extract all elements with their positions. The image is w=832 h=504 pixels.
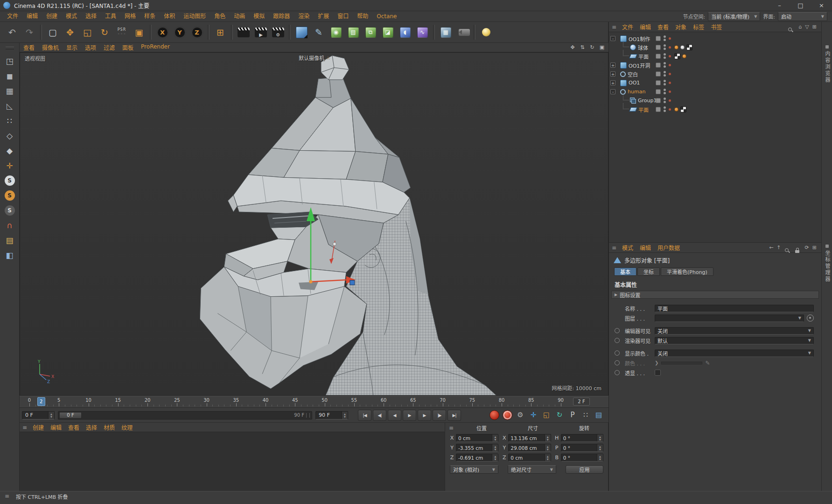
object-row[interactable]: Group1 (609, 96, 821, 105)
points-mode-icon[interactable]: ∷ (3, 114, 17, 128)
goto-start-button[interactable]: |◀ (358, 410, 371, 421)
size-mode-select[interactable]: 绝对尺寸▼ (508, 465, 556, 474)
material-menu-0[interactable]: 创建 (29, 423, 47, 431)
current-frame-box[interactable]: 2 F (573, 398, 590, 406)
interface-select[interactable]: 启动▼ (778, 12, 827, 21)
render-settings-icon[interactable]: ⚙ (270, 24, 287, 41)
play-button[interactable]: ▶ (403, 410, 416, 421)
visibility-badge[interactable] (656, 89, 661, 94)
visibility-badge[interactable] (656, 36, 661, 41)
visibility-dots-icon[interactable] (664, 89, 666, 94)
panel-grip[interactable] (6, 47, 14, 49)
light-icon[interactable] (478, 24, 495, 41)
menubar-item-16[interactable]: 窗口 (333, 11, 353, 21)
undo-icon[interactable]: ↶ (4, 24, 21, 41)
texture-tag-icon[interactable] (686, 44, 692, 50)
spinner-arrows-icon[interactable]: ▲▼ (545, 434, 551, 441)
visibility-dots-icon[interactable] (664, 35, 666, 41)
om-filter-icon[interactable]: ▽ (805, 24, 809, 30)
deformer-icon[interactable]: ◪ (379, 24, 396, 41)
record-parameter-icon[interactable]: P (567, 410, 578, 421)
apply-button[interactable]: 应用 (566, 465, 603, 474)
panel-menu-icon[interactable]: ≡ (22, 424, 27, 431)
menubar-item-9[interactable]: 运动图形 (179, 11, 210, 21)
enable-axis-icon[interactable]: ✛ (3, 159, 17, 173)
object-row[interactable]: -human (609, 87, 821, 96)
workplane-mode-icon[interactable]: ◺ (3, 99, 17, 113)
menubar-item-10[interactable]: 角色 (210, 11, 230, 21)
goto-end-button[interactable]: ▶| (447, 410, 461, 421)
object-name[interactable]: 平面 (638, 106, 649, 113)
material-menu-3[interactable]: 选择 (83, 423, 100, 431)
viewport-menu-6[interactable]: ProRender (137, 43, 174, 51)
viewport-menu-4[interactable]: 过滤 (100, 43, 119, 51)
tree-expander-icon[interactable]: + (610, 71, 615, 77)
om-menu-0[interactable]: 文件 (619, 23, 636, 31)
menubar-item-4[interactable]: 选择 (81, 11, 101, 21)
live-selection-icon[interactable]: ▢ (44, 24, 61, 41)
spline-icon[interactable]: ∿ (414, 24, 431, 41)
keyframe-dot-icon[interactable] (615, 350, 620, 356)
viewport-solo-hierarchy-icon[interactable]: S (3, 203, 17, 217)
am-back-icon[interactable]: ← (769, 245, 773, 251)
viewport-menu-5[interactable]: 面板 (119, 43, 137, 51)
minimize-button[interactable]: – (769, 0, 790, 11)
timeline-end-field[interactable]: 90 F ▲▼ (315, 411, 348, 420)
pen-tool-icon[interactable]: ✎ (310, 24, 327, 41)
menubar-item-8[interactable]: 体积 (160, 11, 179, 21)
menubar-item-11[interactable]: 动画 (230, 11, 249, 21)
object-name[interactable]: 空白 (628, 70, 638, 78)
camera-label[interactable]: 默认摄像机 ∴ (299, 54, 329, 62)
polygons-mode-icon[interactable]: ◆ (3, 144, 17, 158)
record-pla-icon[interactable]: ∷ (580, 410, 591, 421)
visibility-dots-icon[interactable] (664, 53, 666, 59)
spinner-arrows-icon[interactable]: ▲▼ (492, 434, 498, 441)
menubar-item-3[interactable]: 模式 (62, 11, 81, 21)
timeline-ruler[interactable]: 2 F 051015202530354045505560657075808590… (20, 396, 608, 408)
visibility-dots-icon[interactable] (664, 106, 666, 112)
viewport-menu-2[interactable]: 显示 (63, 43, 81, 51)
object-name[interactable]: OO1开洞 (629, 62, 650, 69)
viewport-toggle-icon[interactable]: ▣ (598, 44, 606, 51)
autokeying-icon[interactable] (502, 410, 513, 421)
spinner-arrows-icon[interactable]: ▲▼ (597, 454, 603, 461)
spinner-arrows-icon[interactable]: ▲▼ (597, 434, 603, 441)
display-color-select[interactable]: 关闭▼ (655, 350, 814, 357)
object-row[interactable]: 平面 (609, 52, 821, 61)
redo-icon[interactable]: ↷ (21, 24, 38, 41)
tree-expander-icon[interactable]: + (610, 80, 615, 85)
viewport-dolly-icon[interactable]: ⇅ (578, 44, 587, 51)
spinner-arrows-icon[interactable]: ▲▼ (492, 444, 498, 451)
field-icon[interactable]: ◖ (397, 24, 413, 41)
am-up-icon[interactable]: ↑ (776, 245, 781, 251)
camera-icon[interactable] (454, 24, 471, 41)
icon-settings-bar[interactable]: ▶ 图标设置 (611, 291, 819, 299)
attribute-tab-2[interactable]: 平滑着色(Phong) (661, 267, 713, 276)
viewport-3d-canvas[interactable]: 透视视图 默认摄像机 ∴ (20, 52, 608, 396)
workplane-snap-icon[interactable]: ◧ (3, 248, 17, 262)
am-menu-0[interactable]: 模式 (619, 244, 636, 252)
name-input[interactable]: 平面 (655, 305, 814, 312)
spinner-arrows-icon[interactable]: ▲▼ (545, 444, 551, 451)
viewport-menu-0[interactable]: 查看 (20, 43, 38, 51)
keyframe-dot-icon[interactable] (615, 370, 620, 375)
record-scale-icon[interactable]: ◱ (541, 410, 552, 421)
visibility-dots-icon[interactable] (664, 44, 666, 50)
move-tool-icon[interactable]: ✥ (62, 24, 78, 41)
panel-menu-icon[interactable]: ≡ (612, 24, 616, 30)
prev-key-button[interactable]: ◀| (373, 410, 386, 421)
keyframe-dot-icon[interactable] (615, 338, 620, 343)
viewport-orbit-icon[interactable]: ↻ (588, 44, 596, 51)
material-menu-5[interactable]: 纹理 (118, 423, 136, 431)
object-name[interactable]: Group1 (638, 98, 657, 104)
texture-tag-icon[interactable] (674, 53, 680, 59)
z-axis-lock-icon[interactable]: Z (189, 24, 205, 41)
material-menu-2[interactable]: 查看 (65, 423, 83, 431)
position-y-input[interactable]: -3.355 cm▲▼ (456, 444, 498, 452)
rotation-h-input[interactable]: 0 °▲▼ (561, 434, 603, 442)
x-axis-lock-icon[interactable]: X (154, 24, 171, 41)
xray-checkbox[interactable] (655, 370, 661, 376)
tree-expander-icon[interactable]: + (610, 63, 615, 68)
size-z-input[interactable]: 0 cm▲▼ (508, 454, 551, 462)
array-generator-icon[interactable]: ⧉ (362, 24, 379, 41)
